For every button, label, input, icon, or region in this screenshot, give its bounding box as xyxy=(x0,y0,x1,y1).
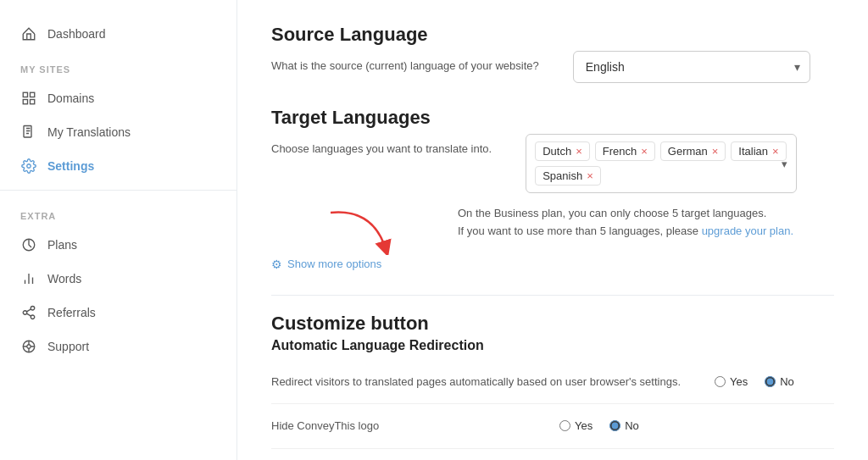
bar-chart-icon xyxy=(20,270,37,287)
svg-point-5 xyxy=(27,164,31,169)
tag-dutch-label: Dutch xyxy=(542,145,571,158)
annotation-arrow xyxy=(322,208,398,255)
tag-italian-label: Italian xyxy=(738,145,768,158)
tag-spanish: Spanish × xyxy=(535,166,601,186)
svg-point-9 xyxy=(31,315,35,319)
sidebar-item-label: Plans xyxy=(47,238,77,252)
sidebar-section-my-sites: MY SITES xyxy=(0,51,236,81)
source-language-title: Source Language xyxy=(271,24,834,46)
main-divider xyxy=(271,295,834,296)
sidebar-item-domains[interactable]: Domains xyxy=(0,81,236,115)
sidebar-item-my-translations[interactable]: My Translations xyxy=(0,115,236,149)
show-more-label: Show more options xyxy=(287,258,381,270)
sidebar: Dashboard MY SITES Domains My Translatio… xyxy=(0,0,237,460)
auto-redirect-yes-radio[interactable] xyxy=(715,376,726,387)
share-icon xyxy=(20,304,37,321)
source-language-section: Source Language What is the source (curr… xyxy=(271,24,834,83)
show-more-container: ⚙ Show more options xyxy=(271,249,381,271)
auto-redirect-yes[interactable]: Yes xyxy=(715,375,748,388)
tag-spanish-remove[interactable]: × xyxy=(587,170,593,181)
sidebar-item-label: Support xyxy=(47,340,89,353)
sidebar-item-label: Settings xyxy=(47,159,94,173)
tag-french-label: French xyxy=(603,145,637,158)
tag-german: German × xyxy=(660,141,726,161)
show-more-row: ⚙ Show more options xyxy=(271,249,834,271)
translate-media-row: Translate Media (adopt images Yes No xyxy=(271,449,834,460)
target-languages-section: Target Languages Choose languages you wa… xyxy=(271,107,834,271)
sidebar-item-settings[interactable]: Settings xyxy=(0,149,236,183)
file-icon xyxy=(20,124,37,141)
target-languages-description: Choose languages you want to translate i… xyxy=(271,134,492,155)
show-more-options[interactable]: ⚙ Show more options xyxy=(271,258,381,271)
grid-icon xyxy=(20,90,37,107)
tag-french: French × xyxy=(595,141,655,161)
customize-title: Customize button xyxy=(271,313,834,335)
hide-logo-yes[interactable]: Yes xyxy=(559,419,593,432)
hide-logo-row: Hide ConveyThis logo Yes No xyxy=(271,404,834,449)
svg-rect-2 xyxy=(23,100,27,104)
hide-logo-no-radio[interactable] xyxy=(609,420,620,431)
source-language-select-wrapper[interactable]: English French Spanish German Dutch Ital… xyxy=(573,51,810,83)
tag-german-label: German xyxy=(668,145,708,158)
auto-redirect-no[interactable]: No xyxy=(765,375,794,388)
hide-logo-options: Yes No xyxy=(559,418,639,432)
target-languages-info: On the Business plan, you can only choos… xyxy=(458,205,834,241)
source-language-select[interactable]: English French Spanish German Dutch Ital… xyxy=(573,51,810,83)
svg-rect-4 xyxy=(24,126,31,138)
auto-redirect-description: Redirect visitors to translated pages au… xyxy=(271,374,681,391)
sidebar-item-label: Words xyxy=(47,272,81,285)
auto-redirect-no-radio[interactable] xyxy=(765,376,776,387)
home-icon xyxy=(20,25,37,42)
tag-dutch-remove[interactable]: × xyxy=(576,146,582,157)
hide-logo-yes-label: Yes xyxy=(575,419,593,432)
hide-logo-label: Hide ConveyThis logo xyxy=(271,418,526,435)
svg-rect-0 xyxy=(23,92,27,97)
tag-dutch: Dutch × xyxy=(535,141,590,161)
sidebar-item-label: Referrals xyxy=(47,306,96,319)
main-content: Source Language What is the source (curr… xyxy=(237,0,868,460)
customize-section: Customize button Automatic Language Redi… xyxy=(271,313,834,460)
gear-icon xyxy=(20,158,37,175)
auto-redirect-options: Yes No xyxy=(715,374,794,388)
source-language-control: English French Spanish German Dutch Ital… xyxy=(573,51,834,83)
sidebar-item-referrals[interactable]: Referrals xyxy=(0,296,236,330)
tag-french-remove[interactable]: × xyxy=(641,146,648,157)
sidebar-item-plans[interactable]: Plans xyxy=(0,228,236,262)
auto-redirect-title: Automatic Language Redirection xyxy=(271,338,834,353)
target-languages-tags-box[interactable]: Dutch × French × German × ▾ Italian × xyxy=(526,134,797,193)
tag-italian: Italian × xyxy=(731,141,786,161)
auto-redirect-no-label: No xyxy=(780,375,794,388)
source-language-description: What is the source (current) language of… xyxy=(271,51,539,72)
sidebar-section-extra: EXTRA xyxy=(0,197,236,228)
hide-logo-no-label: No xyxy=(625,419,639,432)
svg-point-7 xyxy=(31,307,35,311)
target-languages-title: Target Languages xyxy=(271,107,834,129)
sidebar-item-words[interactable]: Words xyxy=(0,262,236,296)
hide-logo-no[interactable]: No xyxy=(609,419,639,432)
upgrade-plan-link[interactable]: upgrade your plan. xyxy=(702,224,793,237)
auto-redirect-yes-label: Yes xyxy=(730,375,748,388)
sidebar-item-dashboard[interactable]: Dashboard xyxy=(0,17,236,51)
svg-point-11 xyxy=(27,345,31,349)
svg-rect-3 xyxy=(31,100,35,104)
tag-italian-remove[interactable]: × xyxy=(772,146,779,157)
auto-redirect-row: Redirect visitors to translated pages au… xyxy=(271,360,834,405)
sidebar-item-label: Dashboard xyxy=(47,27,106,41)
tag-german-remove[interactable]: × xyxy=(712,146,719,157)
chart-icon xyxy=(20,236,37,253)
gear-small-icon: ⚙ xyxy=(271,258,282,271)
sidebar-item-label: Domains xyxy=(47,91,94,105)
info-text-1: On the Business plan, you can only choos… xyxy=(458,205,834,241)
sidebar-divider xyxy=(0,190,236,191)
svg-rect-1 xyxy=(31,92,35,97)
target-languages-control: Dutch × French × German × ▾ Italian × xyxy=(526,134,834,193)
tag-spanish-label: Spanish xyxy=(542,169,582,182)
sidebar-item-support[interactable]: Support xyxy=(0,330,236,363)
sidebar-item-label: My Translations xyxy=(47,125,131,139)
life-ring-icon xyxy=(20,338,37,355)
svg-point-8 xyxy=(23,311,27,315)
hide-logo-yes-radio[interactable] xyxy=(559,420,570,431)
